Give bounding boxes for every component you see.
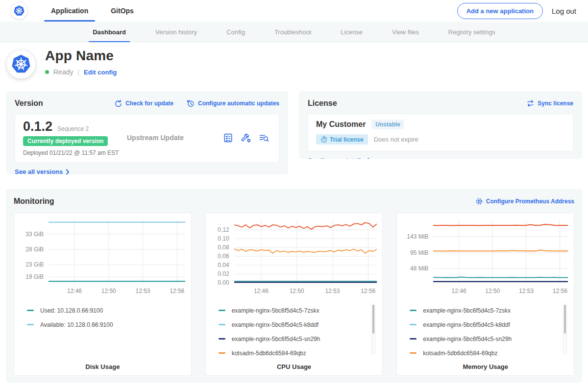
tab-view-files[interactable]: View files bbox=[391, 22, 420, 42]
legend-label: kotsadm-5db6dc6584-69qbz bbox=[232, 350, 306, 357]
status-label: Ready bbox=[53, 68, 73, 76]
license-card: My Customer Unstable Trial license Does … bbox=[308, 114, 573, 151]
legend-swatch bbox=[219, 310, 225, 311]
disk-usage-chart: 33 GiB28 GiB23 GiB19 GiB 12:4612:5012:53… bbox=[14, 213, 192, 376]
legend-item: example-nginx-5bc6f5d4c5-sn29h bbox=[219, 332, 377, 346]
legend-swatch bbox=[27, 324, 34, 325]
y-tick-label: 28 GiB bbox=[25, 246, 44, 253]
x-tick-label: 12:46 bbox=[448, 288, 470, 294]
x-tick-label: 12:56 bbox=[357, 288, 379, 294]
y-tick-label: 19 GiB bbox=[25, 273, 44, 280]
x-axis-labels: 12:4612:5012:5312:56 bbox=[234, 285, 377, 295]
y-tick-label: 143 MiB bbox=[407, 233, 428, 240]
app-logo-icon bbox=[7, 50, 35, 78]
legend-label: Used: 10.128.0.66:9100 bbox=[40, 307, 103, 314]
version-panel: Version Check for update Configure autom… bbox=[6, 91, 288, 174]
sequence-label: Sequence 2 bbox=[57, 125, 89, 132]
x-tick-label: 12:50 bbox=[482, 288, 503, 294]
legend-swatch bbox=[410, 324, 416, 325]
tab-config[interactable]: Config bbox=[225, 22, 246, 42]
y-tick-label: 48 MiB bbox=[410, 265, 428, 272]
x-tick-label: 12:53 bbox=[515, 288, 537, 294]
license-panel-title: License bbox=[308, 99, 337, 108]
tab-troubleshoot[interactable]: Troubleshoot bbox=[273, 22, 312, 42]
legend-swatch bbox=[219, 338, 225, 340]
chevron-right-icon bbox=[368, 158, 371, 159]
legend-item: example-nginx-5bc6f5d4c5-7zskx bbox=[410, 303, 568, 317]
x-axis-labels: 12:4612:5012:5312:56 bbox=[49, 285, 185, 295]
x-tick-label: 12:46 bbox=[64, 288, 85, 294]
sync-license-link[interactable]: Sync license bbox=[526, 99, 573, 107]
configure-automatic-updates-link[interactable]: Configure automatic updates bbox=[186, 99, 279, 108]
x-tick-label: 12:56 bbox=[166, 288, 188, 294]
legend-swatch bbox=[219, 352, 225, 354]
legend-label: Available: 10.128.0.66:9100 bbox=[40, 321, 113, 328]
x-tick-label: 12:46 bbox=[250, 288, 272, 294]
y-tick-label: 0.06 bbox=[218, 253, 229, 260]
legend-item: kotsadm-5db6dc6584-69qbz bbox=[410, 346, 568, 360]
legend-swatch bbox=[410, 352, 416, 354]
legend-item: example-nginx-5bc6f5d4c5-sn29h bbox=[410, 332, 568, 346]
chart-legend: example-nginx-5bc6f5d4c5-7zskxexample-ng… bbox=[410, 303, 568, 360]
add-application-button[interactable]: Add a new application bbox=[457, 3, 543, 19]
x-tick-label: 12:53 bbox=[321, 288, 343, 294]
legend-label: example-nginx-5bc6f5d4c5-sn29h bbox=[423, 336, 512, 342]
trial-license-badge: Trial license bbox=[316, 134, 368, 145]
logout-link[interactable]: Log out bbox=[552, 7, 576, 15]
app-header: App Name Ready | Edit config bbox=[0, 42, 588, 88]
legend-swatch bbox=[410, 338, 416, 340]
version-source-label: Upstream Update bbox=[127, 134, 223, 142]
y-axis-labels: 33 GiB28 GiB23 GiB19 GiB bbox=[20, 220, 49, 285]
y-axis-labels: 0.120.100.080.060.040.020.00 bbox=[212, 220, 234, 285]
see-license-details-link[interactable]: See license details bbox=[308, 157, 371, 159]
y-tick-label: 33 GiB bbox=[25, 231, 44, 238]
page-title: App Name bbox=[45, 48, 117, 64]
legend-scrollbar[interactable] bbox=[371, 303, 375, 354]
y-tick-label: 0.12 bbox=[218, 226, 229, 233]
tab-registry-settings[interactable]: Registry settings bbox=[447, 22, 496, 42]
legend-scrollbar[interactable] bbox=[563, 303, 567, 354]
chart-legend: example-nginx-5bc6f5d4c5-7zskxexample-ng… bbox=[219, 303, 377, 360]
plot-area bbox=[49, 220, 185, 285]
x-axis-labels: 12:4612:5012:5312:56 bbox=[433, 285, 568, 295]
y-tick-label: 0.08 bbox=[218, 244, 229, 251]
x-tick-label: 12:50 bbox=[286, 288, 308, 294]
cpu-usage-chart: 0.120.100.080.060.040.020.00 12:4612:501… bbox=[205, 213, 383, 376]
tab-dashboard[interactable]: Dashboard bbox=[92, 22, 127, 42]
check-for-update-link[interactable]: Check for update bbox=[114, 99, 173, 108]
legend-item: example-nginx-5bc6f5d4c5-7zskx bbox=[219, 303, 377, 317]
see-all-versions-link[interactable]: See all versions bbox=[15, 168, 70, 174]
legend-item: example-nginx-5bc6f5d4c5-k8ddf bbox=[219, 317, 377, 332]
chart-title: Memory Usage bbox=[403, 363, 568, 370]
memory-usage-chart: 143 MiB95 MiB48 MiB 12:4612:5012:5312:56… bbox=[396, 213, 574, 376]
gear-icon bbox=[475, 197, 483, 205]
edit-config-link[interactable]: Edit config bbox=[84, 69, 117, 76]
y-tick-label: 0.02 bbox=[218, 270, 229, 277]
plot-area bbox=[433, 220, 568, 285]
chevron-right-icon bbox=[66, 169, 70, 175]
kubernetes-logo-icon[interactable] bbox=[11, 2, 27, 19]
schedule-icon bbox=[186, 99, 195, 108]
config-wrench-icon[interactable] bbox=[241, 133, 251, 143]
chart-title: Disk Usage bbox=[20, 363, 185, 370]
monitoring-panel-title: Monitoring bbox=[14, 197, 54, 206]
y-tick-label: 23 GiB bbox=[25, 261, 44, 268]
tab-version-history[interactable]: Version history bbox=[154, 22, 198, 42]
license-expiry-label: Does not expire bbox=[374, 136, 418, 143]
y-axis-labels: 143 MiB95 MiB48 MiB bbox=[403, 220, 433, 285]
sync-icon bbox=[526, 99, 535, 107]
view-diff-icon[interactable] bbox=[259, 133, 269, 143]
configure-prometheus-link[interactable]: Configure Prometheus Address bbox=[475, 197, 574, 205]
version-number: 0.1.2 bbox=[23, 119, 52, 134]
nav-tab-application[interactable]: Application bbox=[43, 0, 96, 22]
tab-license[interactable]: License bbox=[340, 22, 364, 42]
stopwatch-icon bbox=[320, 136, 327, 143]
x-tick-label: 12:56 bbox=[549, 288, 571, 294]
channel-badge: Unstable bbox=[371, 120, 404, 129]
release-notes-icon[interactable] bbox=[223, 133, 233, 143]
monitoring-panel: Monitoring Configure Prometheus Address … bbox=[6, 189, 582, 383]
legend-label: example-nginx-5bc6f5d4c5-7zskx bbox=[423, 307, 511, 314]
legend-item: kotsadm-5db6dc6584-69qbz bbox=[219, 346, 377, 360]
nav-tab-gitops[interactable]: GitOps bbox=[103, 0, 142, 22]
legend-label: example-nginx-5bc6f5d4c5-k8ddf bbox=[232, 321, 318, 328]
